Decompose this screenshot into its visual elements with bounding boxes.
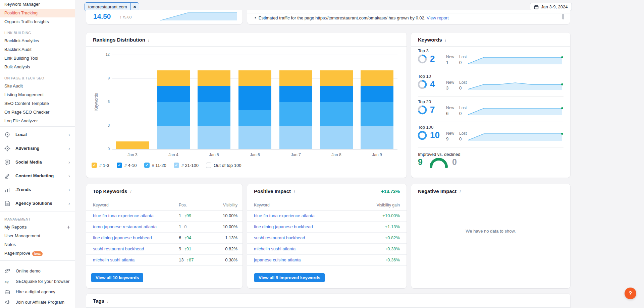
sidebar-item-log-file-analyzer[interactable]: Log File Analyzer: [0, 117, 75, 125]
keyword-link[interactable]: fine dining japanese buckhead: [254, 222, 313, 232]
sidebar-item-user-management[interactable]: User Management: [0, 232, 75, 240]
keyword-link[interactable]: blue fin tuna experience atlanta: [93, 210, 154, 221]
info-icon[interactable]: [130, 190, 131, 194]
info-icon[interactable]: [293, 190, 295, 194]
legend-item-11-20[interactable]: # 11-20: [144, 163, 166, 168]
legend-item-1-3[interactable]: # 1-3: [92, 163, 109, 168]
keyword-link[interactable]: sushi restaurant buckhead: [254, 233, 305, 243]
keyword-link[interactable]: michelin sushi atlanta: [93, 255, 135, 265]
progress-ring-icon: [417, 79, 427, 89]
sidebar-item-agency-solutions[interactable]: Agency Solutions›: [0, 196, 75, 210]
position-change-none: 0: [184, 224, 186, 229]
bar-segment-4-10: [361, 86, 393, 102]
sidebar-item-notes[interactable]: Notes: [0, 240, 75, 249]
sidebar-item-keyword-manager[interactable]: Keyword Manager: [0, 0, 75, 9]
chevron-right-icon: ›: [68, 132, 70, 137]
keyword-link[interactable]: fine dining japanese buckhead: [93, 233, 152, 243]
table-row: blue fin tuna experience atlanta1↑9910.0…: [86, 210, 243, 222]
bar-segment-21-100: [157, 126, 190, 149]
view-all-keywords-button[interactable]: View all 10 keywords: [91, 273, 143, 282]
sidebar-item-site-audit[interactable]: Site Audit: [0, 82, 75, 90]
info-icon[interactable]: [148, 38, 149, 43]
column-header-pos: Pos.: [179, 203, 187, 207]
keyword-link[interactable]: michelin sushi atlanta: [254, 244, 296, 254]
checkbox-checked-icon[interactable]: [174, 163, 179, 168]
sidebar-item-trends[interactable]: .Trends›: [0, 183, 75, 196]
table-row: fine dining japanese buckhead+1.13%: [247, 222, 407, 233]
position-value: 13: [179, 257, 183, 262]
tags-card: Tags: [86, 294, 570, 308]
checkbox-checked-icon[interactable]: [144, 163, 150, 168]
bullet-icon: •: [255, 15, 256, 20]
improved-declined-gauge: [429, 157, 449, 168]
trend-sparkline: [467, 81, 564, 90]
keyword-link[interactable]: blue fin tuna experience atlanta: [254, 210, 315, 221]
checkbox-checked-icon[interactable]: [92, 163, 97, 168]
info-icon[interactable]: [459, 190, 461, 194]
table-row: sushi restaurant buckhead9↑910.82%: [86, 244, 243, 255]
info-icon[interactable]: [107, 299, 108, 304]
sidebar-item-pageimprove[interactable]: PageImprovebeta: [0, 249, 75, 258]
table-row: tomo japanese restaurant atlanta1010.00%: [86, 222, 243, 233]
y-axis-tick-label: 12: [100, 52, 110, 56]
legend-item-21-100[interactable]: # 21-100: [174, 163, 199, 168]
position-cell: 9↑91: [179, 244, 191, 254]
note-item: • Estimated traffic for the page https:/…: [255, 15, 449, 20]
sidebar-item-advertising[interactable]: Advertising›: [0, 141, 75, 155]
sidebar-item-link-building-tool[interactable]: Link Building Tool: [0, 54, 75, 63]
column-header-keyword: Keyword: [254, 203, 270, 207]
chart-gridline: [112, 55, 397, 55]
position-value: 6: [179, 235, 181, 240]
keywords-count: 2: [430, 54, 435, 64]
visibility-value: 10.00%: [223, 210, 237, 221]
sidebar-item-backlink-analytics[interactable]: Backlink Analytics: [0, 37, 75, 45]
view-report-link[interactable]: View report: [427, 15, 449, 20]
chat-bubble-icon: [4, 159, 10, 165]
sidebar-item-on-page-seo-checker[interactable]: On Page SEO Checker: [0, 108, 75, 117]
sidebar-item-online-demo[interactable]: Online demo: [0, 266, 75, 276]
sidebar-item-seoquake-for-your-browser[interactable]: sqSEOquake for your browser: [0, 276, 75, 287]
bar-segment-1-3: [238, 70, 271, 86]
checkbox-checked-icon[interactable]: [117, 163, 122, 168]
bar-segment-4-10: [320, 86, 353, 102]
y-axis-tick-label: 6: [100, 100, 110, 104]
sidebar-item-social-media[interactable]: Social Media›: [0, 155, 75, 169]
position-cell: 6↑94: [179, 233, 191, 243]
bar-segment-11-20: [361, 102, 393, 126]
bar-segment-11-20: [198, 102, 230, 126]
legend-item-out-of-top-100[interactable]: Out of top 100: [206, 163, 241, 168]
sidebar-item-organic-traffic-insights[interactable]: Organic Traffic Insights: [0, 17, 75, 26]
info-icon[interactable]: [445, 38, 446, 43]
sidebar-item-seo-content-template[interactable]: SEO Content Template: [0, 99, 75, 108]
x-axis-tick-label: Jan 6: [238, 152, 271, 157]
visibility-gain-value: +10.00%: [382, 210, 400, 221]
add-report-icon[interactable]: +: [67, 223, 70, 232]
sidebar-item-local[interactable]: Local›: [0, 128, 75, 141]
bar-segment-1-3: [320, 70, 353, 86]
checkbox-unchecked-icon[interactable]: [206, 163, 211, 168]
sidebar-item-label: Agency Solutions: [15, 201, 68, 206]
sidebar-item-my-reports[interactable]: My Reports+: [0, 223, 75, 232]
sidebar-section-heading-on-page-tech-seo: ON PAGE & TECH SEO: [0, 71, 75, 82]
rankings-distribution-card: Rankings Distribution Keywords 036912Jan…: [86, 33, 407, 178]
keyword-link[interactable]: sushi restaurant buckhead: [93, 244, 144, 254]
view-all-improved-button[interactable]: View all 9 improved keywords: [254, 273, 325, 282]
sidebar-item-join-our-affiliate-program[interactable]: Join our Affiliate Program: [0, 297, 75, 307]
sidebar-item-bulk-analysis[interactable]: Bulk Analysis: [0, 63, 75, 71]
notes-scrollbar-thumb[interactable]: [562, 14, 564, 19]
sidebar-item-hire-a-digital-agency[interactable]: Hire a digital agency: [0, 287, 75, 297]
position-value: 1: [179, 213, 181, 218]
sidebar-item-backlink-audit[interactable]: Backlink Audit: [0, 45, 75, 54]
help-button[interactable]: ?: [625, 288, 636, 299]
visibility-summary-card: 14.50 75.60: [86, 10, 243, 24]
sidebar-item-content-marketing[interactable]: Content Marketing›: [0, 169, 75, 183]
sidebar-item-listing-management[interactable]: Listing Management: [0, 90, 75, 99]
sidebar-item-label: Hire a digital agency: [16, 289, 55, 294]
positive-impact-title: Positive Impact: [254, 188, 295, 194]
position-change-up: ↑91: [184, 246, 191, 251]
keywords-count: 7: [430, 105, 435, 115]
keyword-link[interactable]: japanese cuisine atlanta: [254, 255, 301, 265]
legend-item-4-10[interactable]: # 4-10: [117, 163, 137, 168]
sidebar-item-position-tracking[interactable]: Position Tracking: [0, 9, 75, 17]
keyword-link[interactable]: tomo japanese restaurant atlanta: [93, 222, 157, 232]
